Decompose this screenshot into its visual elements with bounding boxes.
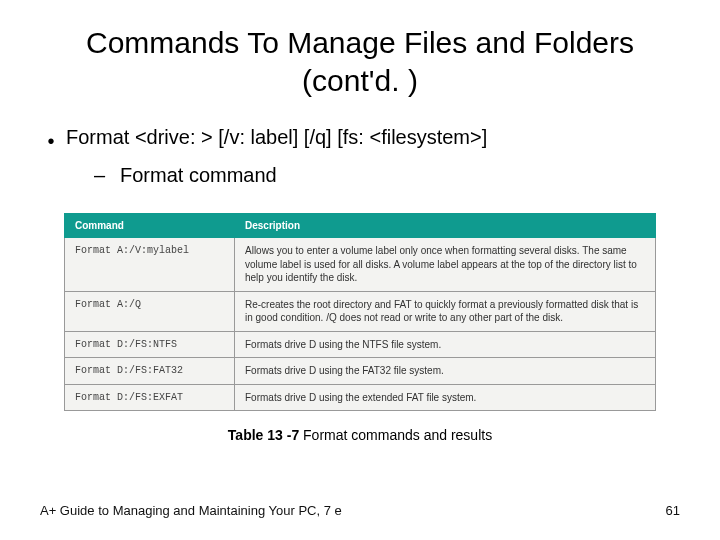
bullet-level-1: • Format <drive: > [/v: label] [/q] [fs:… [46, 123, 680, 155]
bullet-dash-icon: – [94, 161, 110, 189]
table-row: Format A:/V:mylabel Allows you to enter … [65, 238, 656, 292]
cell-command: Format D:/FS:NTFS [65, 331, 235, 358]
caption-text: Format commands and results [299, 427, 492, 443]
cell-command: Format A:/Q [65, 291, 235, 331]
cell-description: Allows you to enter a volume label only … [235, 238, 656, 292]
table-header-description: Description [235, 214, 656, 238]
caption-label: Table 13 -7 [228, 427, 299, 443]
cell-description: Formats drive D using the extended FAT f… [235, 384, 656, 411]
bullet-2-text: Format command [120, 161, 277, 189]
cell-description: Formats drive D using the FAT32 file sys… [235, 358, 656, 385]
commands-table: Command Description Format A:/V:mylabel … [64, 213, 656, 411]
cell-command: Format D:/FS:EXFAT [65, 384, 235, 411]
slide-footer: A+ Guide to Managing and Maintaining You… [40, 503, 680, 518]
table-row: Format A:/Q Re-creates the root director… [65, 291, 656, 331]
cell-command: Format A:/V:mylabel [65, 238, 235, 292]
cell-description: Re-creates the root directory and FAT to… [235, 291, 656, 331]
table-header-command: Command [65, 214, 235, 238]
bullet-1-text: Format <drive: > [/v: label] [/q] [fs: <… [66, 123, 487, 155]
table-row: Format D:/FS:NTFS Formats drive D using … [65, 331, 656, 358]
table-row: Format D:/FS:EXFAT Formats drive D using… [65, 384, 656, 411]
table-caption: Table 13 -7 Format commands and results [40, 427, 680, 443]
cell-command: Format D:/FS:FAT32 [65, 358, 235, 385]
slide-title: Commands To Manage Files and Folders (co… [80, 24, 640, 99]
bullet-level-2: – Format command [94, 161, 680, 189]
bullet-list: • Format <drive: > [/v: label] [/q] [fs:… [46, 123, 680, 189]
cell-description: Formats drive D using the NTFS file syst… [235, 331, 656, 358]
page-number: 61 [666, 503, 680, 518]
table-wrapper: Command Description Format A:/V:mylabel … [64, 213, 656, 411]
table-row: Format D:/FS:FAT32 Formats drive D using… [65, 358, 656, 385]
footer-source: A+ Guide to Managing and Maintaining You… [40, 503, 342, 518]
bullet-dot-icon: • [46, 123, 56, 155]
